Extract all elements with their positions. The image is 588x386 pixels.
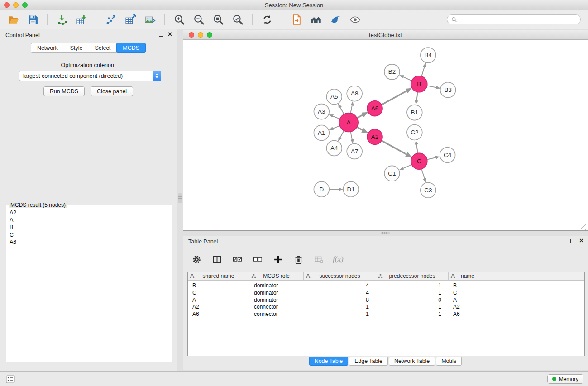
export-network-button[interactable] <box>102 12 120 27</box>
network-node-C[interactable]: C <box>411 153 427 169</box>
network-edge-A-A5[interactable] <box>338 104 344 114</box>
network-node-B2[interactable]: B2 <box>384 64 400 80</box>
network-edge-C-C3[interactable] <box>421 169 425 182</box>
unselect-all-button[interactable] <box>251 253 264 266</box>
float-panel-icon[interactable] <box>159 33 163 37</box>
table-row[interactable]: Adominator80A <box>188 297 584 304</box>
network-node-A1[interactable]: A1 <box>314 125 329 141</box>
network-canvas[interactable]: B4B2BB3A8A5A6A3B1AC2A1A2A4A7C4CC1C3DD1 <box>183 40 588 230</box>
show-columns-button[interactable] <box>210 253 223 266</box>
table-cell[interactable]: connector <box>249 311 304 318</box>
mcds-result-item[interactable]: A <box>7 216 171 224</box>
network-node-A3[interactable]: A3 <box>314 104 329 119</box>
network-node-B[interactable]: B <box>411 76 427 92</box>
close-table-panel-icon[interactable]: × <box>579 238 583 243</box>
network-node-D[interactable]: D <box>314 181 329 197</box>
close-panel-icon[interactable]: × <box>168 32 172 37</box>
zoom-in-button[interactable] <box>171 12 188 27</box>
network-edge-B-B3[interactable] <box>427 86 440 88</box>
tab-network[interactable]: Network <box>31 43 64 53</box>
column-header-successor-nodes[interactable]: successor nodes <box>304 272 376 280</box>
network-node-A8[interactable]: A8 <box>347 86 362 101</box>
network-edge-C-C4[interactable] <box>427 157 439 159</box>
tab-edge-table[interactable]: Edge Table <box>349 357 388 366</box>
tab-node-table[interactable]: Node Table <box>309 357 348 366</box>
function-builder-button[interactable]: f(x) <box>333 253 344 266</box>
table-cell[interactable]: A <box>449 297 487 304</box>
task-history-button[interactable] <box>5 375 16 384</box>
network-edge-B-B1[interactable] <box>416 92 418 105</box>
table-cell[interactable]: 8 <box>304 297 376 304</box>
table-cell[interactable]: C <box>188 290 249 297</box>
show-hide-details-button[interactable] <box>346 12 363 27</box>
network-node-C1[interactable]: C1 <box>384 166 400 181</box>
network-edge-A-A8[interactable] <box>350 102 353 113</box>
table-row[interactable]: Bdominator41B <box>188 282 584 290</box>
table-cell[interactable]: connector <box>249 304 304 311</box>
mcds-result-item[interactable]: B <box>7 224 171 231</box>
export-table-button[interactable] <box>122 12 139 27</box>
open-file-button[interactable] <box>5 12 22 27</box>
table-cell[interactable]: A6 <box>449 311 487 318</box>
table-row[interactable]: Cdominator41C <box>188 290 584 297</box>
network-node-A2[interactable]: A2 <box>367 129 382 145</box>
network-node-A4[interactable]: A4 <box>326 140 342 156</box>
table-cell[interactable]: A2 <box>449 304 487 311</box>
network-overview-button[interactable] <box>307 12 325 27</box>
table-cell[interactable]: 1 <box>376 311 449 318</box>
network-edge-A-A1[interactable] <box>330 126 340 130</box>
float-table-panel-icon[interactable] <box>570 239 574 243</box>
run-mcds-button[interactable]: Run MCDS <box>43 86 85 96</box>
network-edge-A-A3[interactable] <box>329 115 339 119</box>
table-cell[interactable]: 1 <box>376 290 449 297</box>
column-header-name[interactable]: name <box>449 272 487 280</box>
memory-button[interactable]: Memory <box>547 374 583 384</box>
network-edge-A-A2[interactable] <box>357 127 368 133</box>
column-header-shared-name[interactable]: shared name <box>188 272 249 280</box>
network-node-C2[interactable]: C2 <box>407 125 422 140</box>
export-image-button[interactable] <box>141 12 158 27</box>
table-settings-button[interactable] <box>190 253 203 266</box>
network-edge-A-A7[interactable] <box>350 132 353 143</box>
tab-network-table[interactable]: Network Table <box>389 357 435 366</box>
refresh-button[interactable] <box>258 12 276 27</box>
table-cell[interactable]: 1 <box>376 304 449 311</box>
mcds-result-item[interactable]: A2 <box>7 209 171 216</box>
network-edge-B-B2[interactable] <box>400 75 412 81</box>
table-cell[interactable]: 1 <box>376 282 449 290</box>
network-edge-C-C2[interactable] <box>416 141 418 153</box>
save-session-button[interactable] <box>24 12 41 27</box>
network-node-A7[interactable]: A7 <box>347 143 362 159</box>
apply-style-button[interactable] <box>327 12 344 27</box>
select-all-button[interactable] <box>231 253 244 266</box>
table-cell[interactable]: 0 <box>376 297 449 304</box>
network-edge-A-A4[interactable] <box>338 131 344 141</box>
table-cell[interactable]: A2 <box>188 304 249 311</box>
table-cell[interactable]: 1 <box>304 304 376 311</box>
table-cell[interactable]: C <box>449 290 487 297</box>
network-node-A6[interactable]: A6 <box>367 101 382 116</box>
restore-table-button[interactable] <box>312 253 325 266</box>
tab-style[interactable]: Style <box>64 43 89 53</box>
network-edge-A2-C[interactable] <box>382 141 411 157</box>
resize-grip[interactable] <box>581 224 587 230</box>
zoom-fit-button[interactable] <box>210 12 227 27</box>
tab-mcds[interactable]: MCDS <box>116 43 146 53</box>
table-cell[interactable]: dominator <box>249 290 304 297</box>
tab-motifs[interactable]: Motifs <box>436 357 462 366</box>
search-input[interactable] <box>459 16 576 23</box>
table-cell[interactable]: 4 <box>304 290 376 297</box>
vertical-splitter-handle[interactable] <box>178 193 182 203</box>
table-cell[interactable]: B <box>449 282 487 290</box>
network-node-A[interactable]: A <box>339 113 358 132</box>
optimization-criterion-select[interactable]: largest connected component (directed) <box>19 71 161 81</box>
network-edge-C-C1[interactable] <box>400 165 412 170</box>
network-node-B1[interactable]: B1 <box>407 105 422 120</box>
network-node-C4[interactable]: C4 <box>440 147 455 162</box>
import-network-button[interactable] <box>53 12 71 27</box>
table-cell[interactable]: dominator <box>249 297 304 304</box>
table-cell[interactable]: A <box>188 297 249 304</box>
mcds-result-item[interactable]: A6 <box>7 238 171 246</box>
column-header-predecessor-nodes[interactable]: predecessor nodes <box>376 272 449 280</box>
network-edge-A6-B[interactable] <box>382 88 411 105</box>
